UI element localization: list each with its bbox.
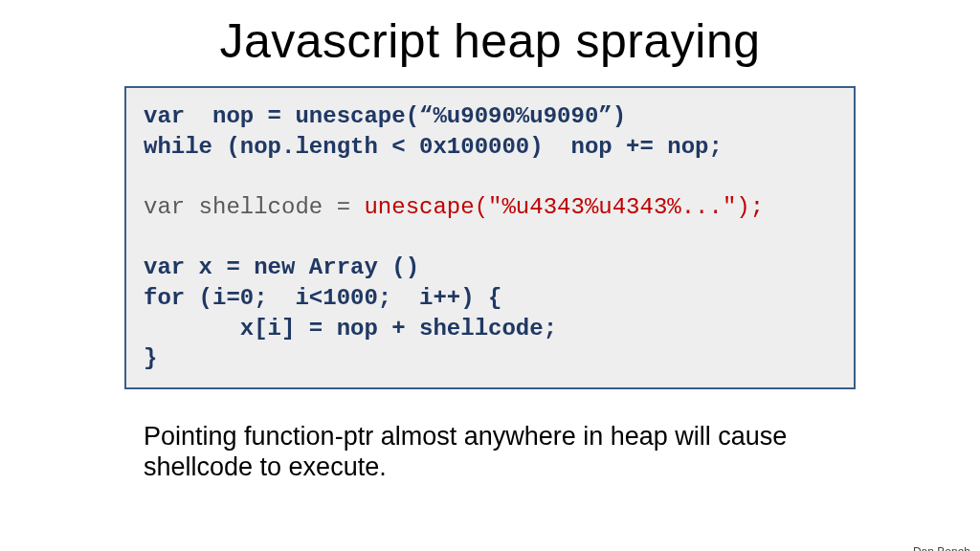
slide-title: Javascript heap spraying [0,13,980,69]
slide: Javascript heap spraying var nop = unesc… [0,13,980,551]
code-block: var nop = unescape(“%u9090%u9090”) while… [124,86,856,389]
slide-caption: Pointing function-ptr almost anywhere in… [144,422,856,483]
code-line-6: x[i] = nop + shellcode; [144,316,557,342]
code-line-4: var x = new Array () [144,254,419,280]
code-line-7: } [144,345,157,371]
code-line-3b: unescape("%u4343%u4343%..."); [364,194,764,220]
code-line-3a: var shellcode = [144,194,364,220]
code-line-1: var nop = unescape(“%u9090%u9090”) [144,103,626,129]
author-credit: Dan Boneh [913,545,970,551]
code-line-2: while (nop.length < 0x100000) nop += nop… [144,134,723,160]
code-line-5: for (i=0; i<1000; i++) { [144,285,501,311]
